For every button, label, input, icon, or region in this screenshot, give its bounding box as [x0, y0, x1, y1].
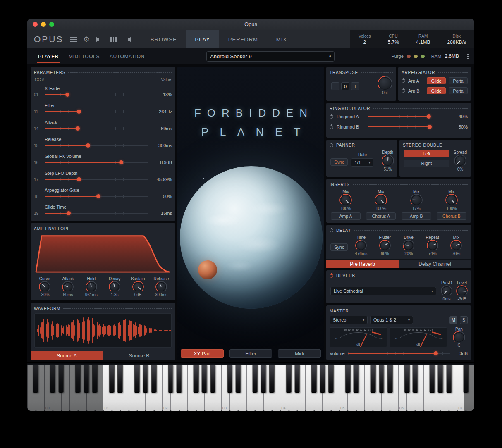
tab-perform[interactable]: PERFORM — [219, 30, 267, 48]
reverb-level-knob[interactable] — [457, 286, 466, 295]
pre-reverb-tab[interactable]: Pre Reverb — [326, 260, 399, 268]
tab-browse[interactable]: BROWSE — [141, 30, 186, 48]
arp-b-glide-button[interactable]: Glide — [427, 87, 446, 94]
slider-thumb[interactable] — [65, 93, 69, 97]
rate-select[interactable]: 1/1▾ — [351, 158, 373, 167]
ringmod-b-power-icon[interactable] — [330, 125, 333, 129]
waveform-display[interactable] — [34, 313, 172, 348]
spread-knob[interactable] — [455, 156, 465, 166]
black-key[interactable] — [311, 365, 317, 393]
black-key[interactable] — [320, 365, 325, 393]
preset-selector[interactable]: Android Seeker 9 ▴▾ — [206, 51, 335, 62]
black-key[interactable] — [92, 365, 98, 393]
tab-player[interactable]: PLAYER — [33, 49, 64, 63]
arp-b-power-icon[interactable] — [402, 89, 405, 93]
parameter-slider[interactable] — [45, 176, 148, 183]
purge-label[interactable]: Purge — [392, 54, 404, 59]
chorus-b-mix-knob[interactable] — [447, 195, 457, 205]
black-key[interactable] — [236, 365, 241, 393]
more-options-icon[interactable] — [467, 56, 469, 57]
slider-thumb[interactable] — [77, 110, 81, 114]
stereo-left-button[interactable]: Left — [404, 150, 449, 157]
black-key[interactable] — [109, 365, 115, 393]
parameter-slider[interactable] — [45, 91, 148, 98]
pan-knob[interactable] — [454, 332, 464, 342]
delay-sync-button[interactable]: Sync — [330, 243, 348, 251]
black-key[interactable] — [84, 365, 89, 393]
chorus-a-button[interactable]: Chorus A — [366, 212, 396, 220]
black-key[interactable] — [210, 365, 215, 393]
amp-a-mix-knob[interactable] — [341, 195, 351, 205]
amp-a-button[interactable]: Amp A — [331, 212, 361, 220]
tab-mix[interactable]: MIX — [267, 30, 296, 48]
black-key[interactable] — [438, 365, 443, 393]
xy-pad-button[interactable]: XY Pad — [181, 349, 224, 358]
transpose-plus-button[interactable]: + — [351, 82, 359, 90]
parameter-slider[interactable] — [45, 193, 148, 200]
black-key[interactable] — [413, 365, 418, 393]
black-key[interactable] — [194, 365, 199, 393]
source-a-tab[interactable]: Source A — [31, 351, 103, 360]
amp-b-button[interactable]: Amp B — [402, 212, 431, 220]
repeat-knob[interactable] — [428, 241, 437, 250]
output-mode-select[interactable]: Stereo▾ — [330, 316, 368, 324]
delay-power-icon[interactable] — [330, 229, 333, 232]
black-key[interactable] — [261, 365, 266, 393]
black-key[interactable] — [33, 365, 38, 393]
channel-select[interactable]: Opus 1 & 2▾ — [370, 316, 413, 324]
black-key[interactable] — [50, 365, 55, 393]
black-key[interactable] — [252, 365, 258, 393]
ringmod-b-slider[interactable] — [368, 124, 451, 130]
ringmod-a-power-icon[interactable] — [330, 115, 333, 119]
preset-stepper-icon[interactable]: ▴▾ — [326, 55, 331, 58]
release-knob[interactable] — [157, 282, 166, 291]
delay-channel-tab[interactable]: Delay Channel — [399, 260, 471, 268]
arp-a-power-icon[interactable] — [402, 79, 405, 83]
chorus-a-mix-knob[interactable] — [376, 195, 386, 205]
time-knob[interactable] — [356, 241, 366, 250]
delay-mix-knob[interactable] — [452, 241, 461, 250]
tab-midi-tools[interactable]: MIDI TOOLS — [64, 49, 105, 63]
attack-knob[interactable] — [63, 282, 72, 291]
black-key[interactable] — [446, 365, 452, 393]
slider-thumb[interactable] — [428, 125, 432, 129]
black-key[interactable] — [134, 365, 140, 393]
black-key[interactable] — [463, 365, 469, 393]
stereo-right-button[interactable]: Right — [404, 160, 449, 167]
amp-b-mix-knob[interactable] — [411, 195, 421, 205]
parameter-slider[interactable] — [45, 108, 148, 115]
slider-thumb[interactable] — [76, 126, 80, 131]
parameter-slider[interactable] — [45, 210, 148, 217]
tab-automation[interactable]: AUTOMATION — [105, 49, 150, 63]
slider-thumb[interactable] — [86, 143, 90, 148]
black-key[interactable] — [58, 365, 64, 393]
left-panel-layout-icon[interactable] — [96, 37, 103, 42]
parameter-slider[interactable] — [45, 142, 148, 149]
black-key[interactable] — [430, 365, 435, 393]
slider-thumb[interactable] — [77, 177, 81, 181]
black-key[interactable] — [294, 365, 300, 393]
slider-thumb[interactable] — [67, 211, 71, 215]
arp-b-porta-button[interactable]: Porta — [449, 87, 468, 94]
reverb-power-icon[interactable] — [330, 274, 333, 278]
menu-icon[interactable] — [70, 39, 77, 40]
parameter-slider[interactable] — [45, 125, 148, 132]
curve-knob[interactable] — [40, 282, 49, 291]
depth-knob[interactable] — [383, 156, 393, 166]
pre-delay-knob[interactable] — [442, 286, 451, 295]
black-key[interactable] — [227, 365, 232, 393]
source-b-tab[interactable]: Source B — [103, 351, 175, 360]
black-key[interactable] — [269, 365, 275, 393]
slider-thumb[interactable] — [119, 160, 123, 164]
flutter-knob[interactable] — [380, 241, 390, 250]
filter-button[interactable]: Filter — [229, 349, 273, 358]
black-key[interactable] — [354, 365, 359, 393]
mute-button[interactable]: M — [449, 316, 457, 324]
right-panel-layout-icon[interactable] — [124, 37, 131, 42]
piano-keyboard[interactable]: C0C1C2C3C4C5C6C7 — [27, 362, 474, 411]
columns-layout-icon[interactable] — [110, 37, 117, 42]
black-key[interactable] — [143, 365, 148, 393]
solo-button[interactable]: S — [460, 316, 468, 324]
decay-knob[interactable] — [110, 282, 119, 291]
transpose-knob[interactable] — [379, 77, 391, 90]
